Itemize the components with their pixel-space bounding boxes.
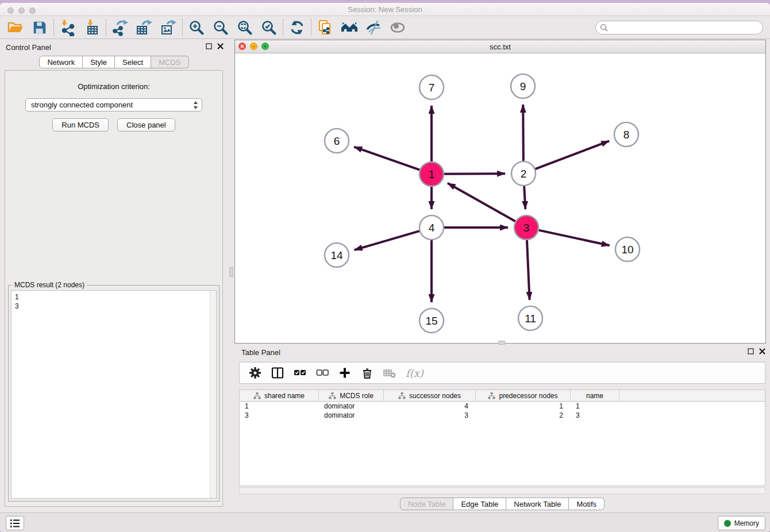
- tab-node-table[interactable]: Node Table: [400, 498, 454, 510]
- hierarchy-icon: [253, 392, 261, 399]
- mcds-result-text[interactable]: 13: [11, 290, 217, 499]
- graph-edge-3-1[interactable]: [448, 183, 515, 221]
- close-table-panel-icon[interactable]: [759, 348, 765, 354]
- zoom-selected-button[interactable]: [257, 18, 281, 37]
- tab-mcds[interactable]: MCDS: [151, 56, 188, 68]
- export-table-icon: [136, 19, 153, 36]
- optimization-criterion-label: Optimization criterion:: [5, 82, 222, 91]
- svg-text:15: 15: [425, 315, 437, 327]
- zoom-in-button[interactable]: [184, 18, 209, 37]
- mcds-result-legend: MCDS result (2 nodes): [12, 281, 87, 289]
- graph-node-8[interactable]: 8: [614, 122, 638, 147]
- graph-edge-1-2[interactable]: [444, 174, 505, 174]
- zoom-out-button[interactable]: [209, 18, 233, 37]
- graph-edge-3-10[interactable]: [539, 230, 610, 246]
- cell-predecessor-nodes: 2: [476, 411, 571, 420]
- table-horizontal-scrollbar[interactable]: [239, 487, 765, 494]
- run-mcds-button[interactable]: Run MCDS: [52, 118, 109, 132]
- criterion-select[interactable]: strongly connected component: [25, 98, 202, 111]
- tab-network[interactable]: Network: [39, 56, 83, 68]
- toolbar-separator: [53, 19, 54, 36]
- control-panel-title: Control Panel: [6, 43, 51, 52]
- home-layout-button[interactable]: [337, 18, 361, 37]
- function-builder-icon: f(x): [406, 367, 424, 379]
- graph-node-6[interactable]: 6: [325, 129, 349, 153]
- tab-edge-table[interactable]: Edge Table: [453, 498, 506, 510]
- graph-node-11[interactable]: 11: [518, 306, 542, 330]
- float-table-panel-icon[interactable]: [748, 348, 754, 354]
- panel-list-button[interactable]: [6, 516, 24, 530]
- tab-motifs[interactable]: Motifs: [569, 498, 605, 510]
- table-body: 1dominator4113dominator323: [240, 402, 765, 420]
- refresh-button[interactable]: [285, 18, 309, 37]
- table-row[interactable]: 3dominator323: [240, 411, 765, 420]
- mcds-panel: Optimization criterion: strongly connect…: [5, 70, 223, 507]
- export-table-button[interactable]: [132, 18, 156, 37]
- result-line: 1: [15, 292, 216, 302]
- import-network-button[interactable]: [56, 18, 80, 37]
- graph-node-1[interactable]: 1: [419, 162, 444, 186]
- select-chevrons-icon: [193, 101, 198, 110]
- cell-successor-nodes: 4: [384, 402, 476, 411]
- svg-text:10: 10: [621, 244, 633, 256]
- result-scrollbar[interactable]: [210, 291, 216, 498]
- select-all-icon[interactable]: [294, 367, 306, 379]
- export-image-button[interactable]: [156, 18, 180, 37]
- import-table-button[interactable]: [80, 18, 104, 37]
- column-header-MCDS-role[interactable]: MCDS role: [319, 390, 384, 401]
- clone-network-button[interactable]: [313, 18, 337, 37]
- search-input[interactable]: [611, 24, 754, 32]
- column-header-successor-nodes[interactable]: successor nodes: [384, 390, 476, 401]
- graph-edge-4-14[interactable]: [355, 231, 419, 250]
- add-row-icon[interactable]: [338, 367, 351, 379]
- deselect-all-icon[interactable]: [316, 367, 329, 379]
- vertical-divider-grip[interactable]: [229, 267, 233, 277]
- svg-text:14: 14: [330, 249, 343, 261]
- tab-network-table[interactable]: Network Table: [506, 498, 569, 510]
- graph-edge-2-8[interactable]: [536, 141, 610, 169]
- graph-node-10[interactable]: 10: [615, 237, 640, 261]
- close-panel-button[interactable]: Close panel: [117, 118, 175, 132]
- delete-row-icon[interactable]: [361, 367, 374, 379]
- memory-button[interactable]: Memory: [718, 516, 765, 530]
- horizontal-divider-grip[interactable]: [498, 341, 505, 345]
- mcds-result-box: MCDS result (2 nodes) 13: [8, 285, 220, 502]
- zoom-fit-button[interactable]: [233, 18, 257, 37]
- criterion-value: strongly connected component: [31, 101, 133, 109]
- graph-edge-1-6[interactable]: [354, 147, 419, 170]
- network-canvas[interactable]: 1234678910111415: [235, 54, 765, 343]
- open-session-button[interactable]: [3, 18, 28, 37]
- graph-node-7[interactable]: 7: [419, 75, 444, 99]
- graph-node-2[interactable]: 2: [511, 161, 536, 186]
- zoom-out-icon: [213, 20, 229, 36]
- save-session-button[interactable]: [28, 18, 52, 37]
- hide-graphics-details-button[interactable]: [361, 18, 386, 37]
- tab-style[interactable]: Style: [83, 56, 115, 68]
- settings-gear-icon[interactable]: [249, 367, 261, 379]
- export-network-button[interactable]: [108, 18, 132, 37]
- cell-name: 1: [571, 402, 619, 411]
- zoom-selected-icon: [261, 20, 277, 36]
- tab-select[interactable]: Select: [115, 56, 151, 68]
- app-window: Session: New Session: [0, 3, 770, 532]
- graph-edge-2-9[interactable]: [523, 105, 523, 161]
- list-icon: [9, 518, 21, 529]
- column-header-predecessor-nodes[interactable]: predecessor nodes: [476, 390, 571, 401]
- float-panel-icon[interactable]: [206, 43, 212, 49]
- table-row[interactable]: 1dominator411: [240, 402, 765, 411]
- column-header-shared-name[interactable]: shared name: [240, 390, 319, 401]
- search-field[interactable]: [595, 21, 763, 34]
- show-graphics-details-button[interactable]: [386, 18, 410, 37]
- graph-node-14[interactable]: 14: [325, 243, 349, 267]
- close-panel-icon[interactable]: [217, 43, 224, 49]
- graph-node-3[interactable]: 3: [514, 215, 538, 240]
- column-selector-icon[interactable]: [271, 367, 284, 379]
- graph-edge-3-11[interactable]: [527, 240, 530, 300]
- graph-node-9[interactable]: 9: [511, 74, 535, 98]
- memory-label: Memory: [734, 519, 759, 527]
- graph-node-4[interactable]: 4: [419, 215, 444, 240]
- graph-edge-2-3[interactable]: [524, 186, 525, 209]
- network-window-titlebar[interactable]: ✕ − + scc.txt: [235, 40, 765, 53]
- graph-node-15[interactable]: 15: [419, 309, 444, 333]
- column-header-name[interactable]: name: [571, 390, 619, 401]
